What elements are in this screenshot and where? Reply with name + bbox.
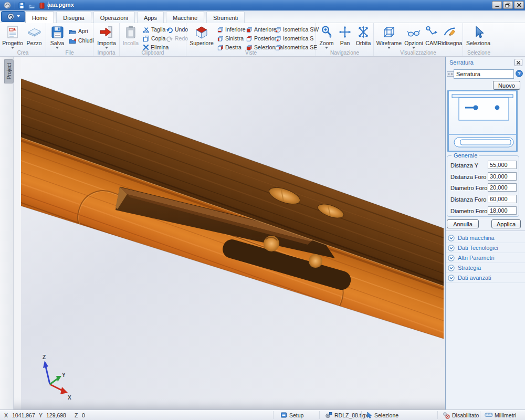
- ribbon-group-clipboard: Incolla Taglia Copia: [120, 23, 186, 56]
- close-button[interactable]: [514, 1, 524, 9]
- divider: [361, 411, 362, 419]
- section-dati-macchina[interactable]: Dati macchina: [446, 233, 525, 243]
- sinistra-button[interactable]: Sinistra: [217, 34, 244, 43]
- ribbon-group-selezione: Seleziona Selezione: [463, 23, 495, 56]
- tab-operazioni[interactable]: Operazioni: [93, 12, 135, 23]
- status-setup[interactable]: Setup: [289, 412, 303, 418]
- ridisegna-button[interactable]: Ridisegna: [438, 24, 462, 46]
- applica-button[interactable]: Applica: [491, 219, 521, 228]
- field-label-distanza-foro-1: Distanza Foro 1: [450, 174, 491, 180]
- project-panel-tab[interactable]: Project: [4, 59, 14, 83]
- view-bottom-cube-icon: [217, 26, 224, 33]
- quick-open-icon[interactable]: [28, 2, 36, 9]
- coord-y-label: Y: [39, 412, 43, 418]
- field-label-distanza-y: Distanza Y: [450, 162, 478, 169]
- help-icon[interactable]: ?: [516, 70, 523, 77]
- open-folder-icon: [69, 28, 77, 35]
- tab-disegna[interactable]: Disegna: [56, 12, 91, 23]
- tab-apps[interactable]: Apps: [137, 12, 164, 23]
- taglia-button[interactable]: Taglia: [143, 25, 165, 34]
- superiore-button[interactable]: Superiore: [187, 24, 216, 46]
- status-selezione[interactable]: Selezione: [374, 412, 398, 418]
- chevron-down-icon: [448, 275, 455, 281]
- ribbon-group-navigazione: Zoom Pan Orbita Navigazione: [316, 23, 374, 56]
- apri-button[interactable]: Apri: [69, 27, 88, 35]
- macro-selector-icon[interactable]: [447, 71, 454, 77]
- view-left-cube-icon: [217, 35, 224, 42]
- anteriore-button[interactable]: Anteriore: [246, 25, 277, 34]
- restore-button[interactable]: [503, 1, 513, 9]
- salva-button[interactable]: Salva: [47, 24, 67, 50]
- quick-save-icon[interactable]: [18, 2, 25, 9]
- cursor-arrow-icon: [471, 25, 485, 39]
- project-page-icon: [6, 25, 19, 39]
- selection-cursor-icon: [366, 412, 372, 418]
- quick-recent-icon[interactable]: [39, 2, 45, 9]
- field-input-diametro-foro-1[interactable]: [488, 183, 517, 192]
- importa-button[interactable]: Importa: [94, 24, 119, 50]
- inferiore-button[interactable]: Inferiore: [217, 25, 246, 34]
- field-input-distanza-foro-2[interactable]: [488, 195, 517, 203]
- field-input-diametro-foro-2[interactable]: [488, 206, 517, 215]
- status-millimetri[interactable]: Millimetri: [495, 412, 516, 418]
- undo-button[interactable]: Undo: [166, 25, 188, 34]
- redo-arrow-icon: [166, 35, 173, 42]
- coord-z-value: 0: [82, 412, 85, 418]
- chevron-down-icon: [448, 265, 455, 271]
- pezzo-button[interactable]: Pezzo: [24, 24, 44, 46]
- tab-home[interactable]: Home: [25, 12, 54, 23]
- incolla-button[interactable]: Incolla: [120, 24, 141, 46]
- app-menu-icon: [7, 13, 15, 20]
- section-altri-parametri[interactable]: Altri Parametri: [446, 253, 525, 263]
- seleziona-button[interactable]: Seleziona: [464, 24, 492, 46]
- axis-z-label: Z: [43, 354, 46, 360]
- redo-button[interactable]: Redo: [166, 34, 188, 43]
- divider: [437, 411, 438, 419]
- left-dock-strip: Project: [0, 57, 14, 410]
- field-input-distanza-y[interactable]: [488, 161, 517, 169]
- app-menu-button[interactable]: [1, 11, 25, 22]
- macro-search-input[interactable]: [454, 69, 514, 79]
- minimize-button[interactable]: [492, 1, 502, 9]
- tab-strumenti[interactable]: Strumenti: [206, 12, 245, 23]
- chiudi-button[interactable]: Chiudi: [69, 36, 94, 45]
- slot-hole-1: [264, 236, 279, 251]
- divider: [319, 411, 320, 419]
- annulla-button[interactable]: Annulla: [447, 219, 479, 228]
- field-input-distanza-foro-1[interactable]: [488, 172, 517, 181]
- 3d-viewport[interactable]: Z Y X: [14, 57, 445, 410]
- tab-macchine[interactable]: Macchine: [166, 12, 204, 23]
- undo-arrow-icon: [166, 26, 173, 33]
- zoom-button[interactable]: Zoom: [318, 24, 335, 50]
- section-dati-tecnologici[interactable]: Dati Tecnologici: [446, 243, 525, 253]
- section-strategia[interactable]: Strategia: [446, 263, 525, 273]
- view-front-cube-icon: [246, 26, 253, 33]
- window-title: aaa.pgmx: [47, 2, 74, 8]
- view-back-cube-icon: [246, 35, 253, 42]
- orbita-button[interactable]: Orbita: [354, 24, 373, 46]
- nuovo-button[interactable]: Nuovo: [493, 81, 520, 90]
- section-dati-avanzati[interactable]: Dati avanzati: [446, 273, 525, 283]
- close-icon: [516, 60, 521, 65]
- progetto-button[interactable]: Progetto: [2, 24, 24, 50]
- panel-close-button[interactable]: [514, 59, 522, 66]
- chevron-down-icon: [448, 245, 455, 251]
- field-label-distanza-foro-2: Distanza Foro 2: [450, 196, 491, 203]
- opzioni-button[interactable]: Opzioni: [403, 24, 424, 50]
- pan-button[interactable]: Pan: [337, 24, 353, 46]
- copia-button[interactable]: Copia: [143, 34, 165, 43]
- copy-pages-icon: [143, 35, 150, 42]
- cam-button[interactable]: CAM: [424, 24, 439, 46]
- isometrica-s-button[interactable]: Isometrica S: [275, 34, 313, 43]
- 3d-scene: Z Y X: [14, 57, 445, 410]
- ribbon-group-visualizzazione: Wireframe Opzioni CAM: [374, 23, 463, 56]
- disabled-key-icon: [443, 412, 450, 419]
- status-disabilitato[interactable]: Disabilitato: [452, 412, 479, 418]
- app-icon[interactable]: [3, 1, 12, 9]
- coord-z-label: Z: [75, 412, 78, 418]
- status-tool-file[interactable]: RDLZ_88.tlgx: [334, 412, 368, 418]
- coord-x-label: X: [4, 412, 8, 418]
- wireframe-button[interactable]: Wireframe: [375, 24, 403, 50]
- divider: [480, 411, 480, 419]
- isometrica-sw-button[interactable]: Isometrica SW: [275, 25, 319, 34]
